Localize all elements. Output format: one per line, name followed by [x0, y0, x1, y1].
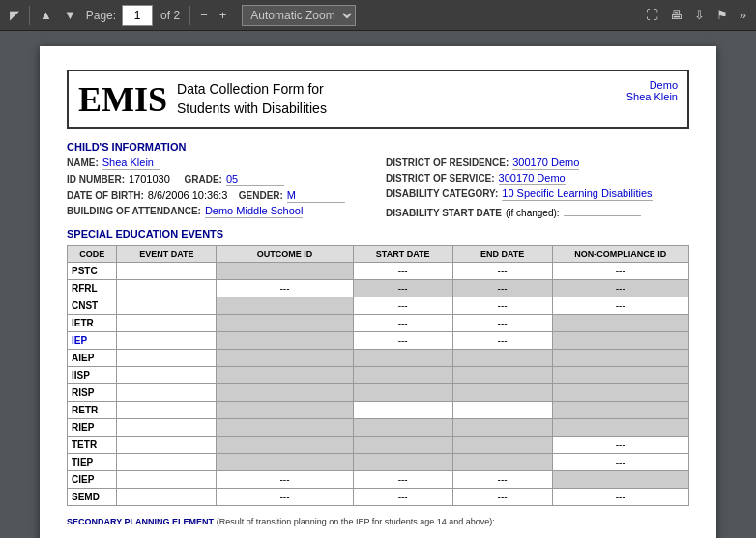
dist-res-row: DISTRICT OF RESIDENCE: 300170 Demo [386, 156, 689, 170]
disability-cat-row: DISABILITY CATEGORY: 10 Specific Learnin… [386, 187, 689, 201]
cell-event-date [117, 315, 217, 332]
more-tools-button[interactable]: » [736, 7, 750, 23]
cell-start-date: --- [353, 263, 452, 280]
table-row: RISP [68, 384, 689, 402]
cell-event-date [117, 384, 217, 402]
id-label: ID NUMBER: [67, 174, 125, 184]
cell-outcome-id [217, 263, 353, 280]
cell-outcome-id [217, 332, 353, 350]
cell-end-date [452, 419, 552, 437]
emis-logo: EMIS [78, 79, 167, 120]
toolbar: ◤ ▲ ▼ Page: 1 of 2 − + Automatic Zoom Ac… [0, 0, 756, 31]
prev-page-button[interactable]: ▲ [36, 7, 56, 23]
cell-end-date: --- [452, 263, 552, 280]
cell-code: CIEP [68, 471, 117, 489]
toggle-sidebar-button[interactable]: ◤ [6, 7, 23, 23]
cell-outcome-id [217, 367, 353, 384]
cell-event-date [117, 471, 217, 489]
cell-event-date [117, 263, 217, 280]
col-end-date: END DATE [452, 246, 552, 263]
cell-start-date [353, 419, 452, 437]
col-event-date: EVENT DATE [117, 246, 217, 263]
table-row: TIEP --- [68, 454, 689, 471]
events-table: CODE EVENT DATE OUTCOME ID START DATE EN… [67, 245, 689, 506]
secondary-planning-field[interactable] [67, 531, 689, 538]
cell-end-date: --- [452, 402, 552, 419]
zoom-out-button[interactable]: − [196, 7, 212, 23]
cell-end-date: --- [452, 297, 552, 315]
cell-end-date [452, 367, 552, 384]
pdf-page: EMIS Data Collection Form for Students w… [40, 46, 716, 538]
cell-end-date: --- [452, 280, 552, 297]
cell-end-date [452, 384, 552, 402]
pdf-area: EMIS Data Collection Form for Students w… [0, 31, 756, 538]
building-row: BUILDING OF ATTENDANCE: Demo Middle Scho… [67, 205, 370, 218]
emis-brand: EMIS Data Collection Form for Students w… [78, 79, 327, 120]
page-number-input[interactable]: 1 [122, 5, 153, 26]
secondary-planning-note: (Result of transition planning on the IE… [217, 517, 495, 526]
table-row: RFRL --- --- --- --- [68, 280, 689, 297]
table-row: TETR --- [68, 437, 689, 454]
download-button[interactable]: ⇩ [690, 7, 709, 23]
cell-end-date [452, 454, 552, 471]
table-row: AIEP [68, 350, 689, 367]
title-line2: Students with Disabilities [177, 99, 327, 119]
cell-start-date [353, 454, 452, 471]
table-row: IISP [68, 367, 689, 384]
bookmark-button[interactable]: ⚑ [712, 7, 732, 23]
fullscreen-button[interactable]: ⛶ [642, 7, 662, 23]
dist-res-label: DISTRICT OF RESIDENCE: [386, 157, 509, 168]
gender-label: GENDER: [239, 190, 283, 201]
events-table-header-row: CODE EVENT DATE OUTCOME ID START DATE EN… [68, 246, 689, 263]
cell-code: SEMD [68, 489, 117, 506]
cell-event-date [117, 350, 217, 367]
print-button[interactable]: 🖶 [666, 7, 686, 23]
cell-code: RISP [68, 384, 117, 402]
next-page-button[interactable]: ▼ [60, 7, 80, 23]
cell-end-date: --- [452, 489, 552, 506]
cell-event-date [117, 489, 217, 506]
dist-svc-label: DISTRICT OF SERVICE: [386, 173, 495, 184]
disability-start-row: DISABILITY START DATE (if changed): [386, 203, 689, 218]
col-non-compliance: NON-COMPLIANCE ID [552, 246, 688, 263]
cell-non-compliance [552, 315, 688, 332]
separator-2 [189, 6, 190, 25]
table-row: PSTC --- --- --- [68, 263, 689, 280]
dob-label: DATE OF BIRTH: [67, 190, 144, 201]
cell-start-date: --- [353, 297, 452, 315]
cell-non-compliance: --- [552, 489, 688, 506]
gender-value: M [287, 189, 345, 203]
header-user-line2: Shea Klein [626, 91, 678, 102]
page-of-label: of 2 [160, 9, 180, 22]
col-outcome-id: OUTCOME ID [217, 246, 353, 263]
disability-start-label: DISABILITY START DATE [386, 208, 502, 218]
table-row: RIEP [68, 419, 689, 437]
zoom-select[interactable]: Automatic Zoom Actual Size Page Fit Page… [242, 5, 356, 26]
cell-non-compliance [552, 384, 688, 402]
cell-start-date [353, 367, 452, 384]
id-row: ID NUMBER: 1701030 GRADE: 05 [67, 172, 370, 186]
disability-start-field[interactable] [564, 203, 641, 216]
col-start-date: START DATE [353, 246, 452, 263]
cell-outcome-id [217, 350, 353, 367]
separator-1 [29, 6, 30, 25]
zoom-in-button[interactable]: + [216, 7, 231, 23]
secondary-label-text: SECONDARY PLANNING ELEMENT [67, 517, 214, 526]
childs-info-header: CHILD'S INFORMATION [67, 141, 689, 153]
cell-outcome-id: --- [217, 280, 353, 297]
table-row: RETR --- --- [68, 402, 689, 419]
cell-start-date: --- [353, 402, 452, 419]
building-value: Demo Middle School [205, 205, 304, 218]
cell-event-date [117, 367, 217, 384]
cell-outcome-id [217, 419, 353, 437]
cell-event-date [117, 402, 217, 419]
name-label: NAME: [67, 157, 99, 168]
special-ed-header: SPECIAL EDUCATION EVENTS [67, 228, 689, 240]
cell-start-date [353, 350, 452, 367]
name-row: NAME: Shea Klein [67, 156, 370, 170]
dist-res-value: 300170 Demo [512, 156, 579, 170]
dist-svc-value: 300170 Demo [499, 172, 566, 185]
cell-outcome-id [217, 402, 353, 419]
cell-event-date [117, 280, 217, 297]
document-header: EMIS Data Collection Form for Students w… [67, 70, 689, 129]
